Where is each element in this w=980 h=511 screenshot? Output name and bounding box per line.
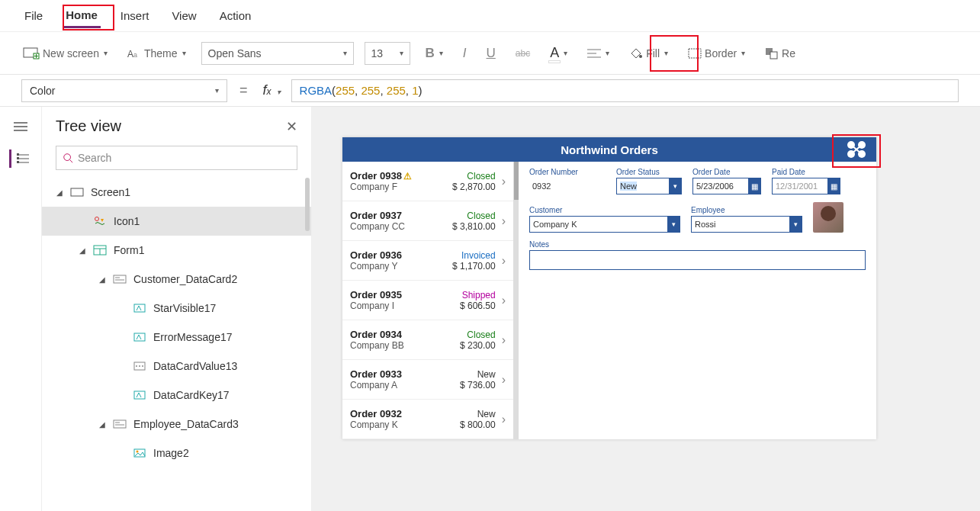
font-color-button[interactable]: A ▾	[545, 42, 572, 65]
font-select[interactable]: Open Sans ▾	[201, 42, 354, 65]
search-input[interactable]: Search	[56, 146, 297, 170]
dropdown-icon	[132, 362, 147, 371]
tree-node-image2[interactable]: Image2	[42, 439, 311, 468]
tree-node-starvisible[interactable]: StarVisible17	[42, 294, 311, 323]
order-row[interactable]: Order 0936Company YInvoiced$ 1,170.00›	[342, 241, 513, 281]
order-company: Company F	[350, 182, 452, 192]
order-company: Company K	[350, 419, 460, 430]
tree-node-label: Employee_DataCard3	[133, 418, 239, 430]
app-title: Northwind Orders	[561, 143, 658, 156]
tab-home[interactable]: Home	[63, 4, 101, 28]
order-date-label: Order Date	[692, 168, 761, 176]
employee-select[interactable]: Rossi▾	[691, 216, 802, 233]
tab-view[interactable]: View	[169, 5, 199, 27]
main-area: Tree view ✕ Search ◢ Screen1 Icon1 ◢ For…	[0, 107, 980, 511]
order-company: Company CC	[350, 221, 452, 232]
fill-button[interactable]: Fill ▾	[625, 42, 673, 65]
order-row[interactable]: Order 0934Company BBClosed$ 230.00›	[342, 320, 513, 360]
tree-node-icon1[interactable]: Icon1	[42, 207, 311, 236]
svg-rect-18	[17, 161, 19, 163]
tree-node-label: ErrorMessage17	[153, 331, 233, 343]
reorder-label: Re	[782, 47, 795, 59]
tree-node-form1[interactable]: ◢ Form1	[42, 236, 311, 265]
fx-icon[interactable]: fx ▾	[260, 82, 284, 98]
reorder-button[interactable]: Re	[760, 42, 800, 65]
tab-action[interactable]: Action	[217, 5, 255, 27]
rail-tree-view-icon[interactable]	[9, 149, 32, 168]
tab-insert[interactable]: Insert	[117, 5, 153, 27]
svg-text:a: a	[133, 51, 137, 59]
tree-node-label: Icon1	[114, 215, 140, 227]
formula-bar: Color ▾ = fx ▾ RGBA(255, 255, 255, 1)	[0, 75, 980, 107]
svg-rect-16	[17, 153, 19, 156]
order-status: Invoiced	[452, 250, 496, 261]
tab-file[interactable]: File	[21, 5, 46, 27]
employee-label: Employee	[691, 206, 802, 214]
control-icon	[92, 216, 108, 227]
underline-button[interactable]: U	[482, 42, 500, 65]
tree-node-employee-datacard[interactable]: ◢ Employee_DataCard3	[42, 410, 311, 439]
order-row[interactable]: Order 0933Company ANew$ 736.00›	[342, 360, 513, 400]
bold-button[interactable]: B▾	[421, 42, 448, 65]
theme-label: Theme	[144, 47, 178, 59]
order-amount: $ 3,810.00	[452, 221, 496, 232]
tree-node-screen1[interactable]: ◢ Screen1	[42, 178, 311, 207]
italic-button[interactable]: I	[458, 42, 471, 65]
rail-hamburger-icon[interactable]	[9, 117, 32, 136]
order-number: Order 0935	[350, 289, 460, 300]
customer-label: Customer	[529, 206, 680, 214]
order-status: Closed	[452, 211, 496, 221]
tree-node-datacardkey[interactable]: DataCardKey17	[42, 381, 311, 410]
order-row[interactable]: Order 0932Company KNew$ 800.00›	[342, 400, 513, 439]
order-number: Order 0934	[350, 329, 460, 340]
order-amount: $ 1,170.00	[452, 261, 496, 272]
order-number: Order 0933	[350, 368, 460, 380]
formula-input[interactable]: RGBA(255, 255, 255, 1)	[291, 79, 959, 102]
customer-select[interactable]: Company K▾	[529, 216, 680, 233]
tree: ◢ Screen1 Icon1 ◢ Form1 ◢ Customer_DataC…	[42, 178, 311, 511]
tree-view-pane: Tree view ✕ Search ◢ Screen1 Icon1 ◢ For…	[42, 107, 312, 511]
tree-node-label: StarVisible17	[153, 302, 216, 314]
order-date-input[interactable]: 5/23/2006▦	[692, 178, 761, 194]
paid-date-label: Paid Date	[772, 168, 840, 176]
chevron-right-icon: ›	[502, 254, 506, 268]
ribbon: New screen ▾ Aa Theme ▾ Open Sans ▾ 13 ▾…	[0, 32, 980, 75]
strikethrough-button[interactable]: abc	[511, 42, 535, 65]
order-status-select[interactable]: New▾	[616, 178, 682, 194]
canvas[interactable]: Northwind Orders Order 0938⚠Company FClo…	[312, 107, 980, 511]
order-row[interactable]: Order 0938⚠Company FClosed$ 2,870.00›	[342, 162, 513, 201]
new-screen-button[interactable]: New screen ▾	[18, 42, 112, 65]
tree-node-label: DataCardKey17	[153, 389, 230, 401]
order-gallery[interactable]: Order 0938⚠Company FClosed$ 2,870.00›Ord…	[342, 162, 514, 439]
paid-date-input[interactable]: 12/31/2001▦	[772, 178, 840, 194]
tree-node-label: DataCardValue13	[153, 360, 237, 372]
close-icon[interactable]: ✕	[286, 118, 297, 135]
order-row[interactable]: Order 0935Company IShipped$ 606.50›	[342, 281, 513, 320]
align-button[interactable]: ▾	[583, 42, 614, 65]
border-button[interactable]: Border ▾	[683, 42, 750, 65]
tree-scrollbar[interactable]	[305, 178, 310, 231]
datacard-icon	[112, 275, 127, 284]
tree-node-label: Image2	[153, 447, 189, 459]
screen-icon	[69, 188, 85, 197]
svg-text:A: A	[127, 49, 133, 59]
label-icon	[132, 333, 147, 342]
property-select[interactable]: Color ▾	[21, 79, 227, 102]
order-status: Closed	[452, 171, 496, 182]
chevron-down-icon: ▾	[182, 49, 186, 57]
order-amount: $ 736.00	[460, 380, 496, 390]
app-corner-icon[interactable]	[840, 139, 873, 160]
notes-input[interactable]	[529, 250, 866, 270]
tree-node-customer-datacard[interactable]: ◢ Customer_DataCard2	[42, 265, 311, 294]
tree-node-errormessage[interactable]: ErrorMessage17	[42, 323, 311, 352]
tree-node-datacardvalue[interactable]: DataCardValue13	[42, 352, 311, 381]
order-company: Company A	[350, 380, 460, 390]
employee-avatar	[813, 202, 843, 233]
search-placeholder: Search	[78, 152, 111, 164]
order-row[interactable]: Order 0937Company CCClosed$ 3,810.00›	[342, 201, 513, 241]
font-size-select[interactable]: 13 ▾	[365, 42, 410, 65]
label-icon	[132, 390, 147, 400]
theme-button[interactable]: Aa Theme ▾	[123, 42, 191, 65]
svg-point-33	[139, 365, 140, 367]
equals-label: =	[235, 82, 252, 98]
